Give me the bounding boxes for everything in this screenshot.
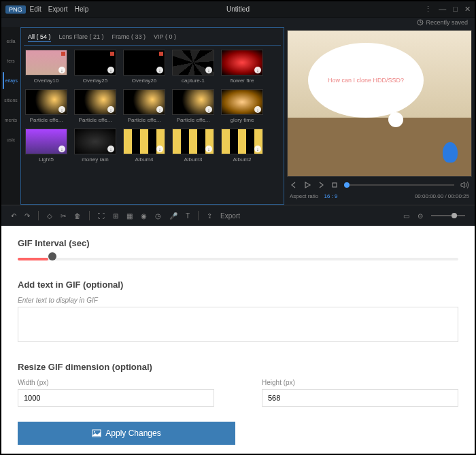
overlay-thumbnail: ↓ (172, 50, 214, 75)
close-icon[interactable]: ✕ (464, 5, 471, 14)
preview-timeline[interactable] (344, 184, 454, 186)
height-input[interactable] (262, 389, 458, 407)
add-text-label: Add text in GIF (optional) (18, 280, 458, 290)
download-icon[interactable]: ↓ (58, 67, 65, 73)
next-icon[interactable] (317, 181, 325, 189)
overlay-item[interactable]: ↓Particle effe... (172, 89, 214, 123)
export-button[interactable]: Export (220, 212, 240, 220)
download-icon[interactable]: ↓ (205, 106, 212, 113)
undo-icon[interactable]: ↶ (11, 212, 16, 220)
sidebar-item-0[interactable]: edia (3, 33, 19, 50)
export-tool-icon[interactable]: ⇪ (207, 212, 212, 220)
download-icon[interactable]: ↓ (107, 67, 114, 73)
caption-icon[interactable]: ▭ (403, 212, 409, 220)
overlay-item[interactable]: ↓money rain (74, 129, 116, 163)
sidebar-item-1[interactable]: ters (3, 52, 19, 69)
overlay-item[interactable]: ↓flower fire (221, 50, 263, 84)
zoom-slider[interactable] (431, 215, 465, 216)
download-icon[interactable]: ↓ (156, 106, 163, 113)
overlay-thumbnail: ↓ (123, 50, 165, 75)
overlay-thumbnail: ↓ (25, 50, 67, 75)
overlay-item[interactable]: ↓Album4 (123, 129, 165, 163)
overlay-item[interactable]: ↓Album2 (221, 129, 263, 163)
overlay-item-label: Overlay25 (74, 78, 116, 84)
overlay-item[interactable]: ↓Album3 (172, 129, 214, 163)
overlay-thumbnail: ↓ (25, 129, 67, 154)
overlay-item[interactable]: ↓Overlay26 (123, 50, 165, 84)
width-input[interactable] (18, 389, 214, 407)
overlay-tab-1[interactable]: Lens Flare ( 21 ) (59, 33, 104, 42)
download-icon[interactable]: ↓ (107, 106, 114, 113)
download-icon[interactable]: ↓ (254, 106, 261, 113)
download-icon[interactable]: ↓ (205, 146, 212, 152)
download-icon[interactable]: ↓ (254, 67, 261, 73)
zoom-reset-icon[interactable]: ⊝ (418, 212, 423, 220)
crop-icon[interactable]: ⛶ (98, 212, 105, 220)
download-icon[interactable]: ↓ (107, 146, 114, 152)
apply-changes-button[interactable]: Apply Changes (18, 422, 235, 445)
download-icon[interactable]: ↓ (156, 146, 163, 152)
download-icon[interactable]: ↓ (254, 146, 261, 152)
download-icon[interactable]: ↓ (58, 146, 65, 152)
preview-character (443, 142, 458, 163)
overlay-thumbnail: ↓ (172, 89, 214, 115)
overlay-thumbnail: ↓ (123, 129, 165, 154)
overlay-thumbnail: ↓ (74, 89, 116, 115)
grid-icon[interactable]: ▦ (126, 212, 133, 220)
minimize-icon[interactable]: — (439, 5, 446, 14)
add-text-hint: Enter text to display in GIF (18, 297, 458, 304)
overlay-thumbnail: ↓ (123, 89, 165, 115)
overlay-item[interactable]: ↓Particle effe... (74, 89, 116, 123)
overlay-item-label: Particle effe... (25, 117, 67, 123)
aspect-ratio-value[interactable]: 16 : 9 (324, 193, 337, 199)
volume-icon[interactable] (460, 181, 469, 189)
preview-speech-bubble: How can I clone HDD/SSD? (308, 43, 424, 118)
menu-help[interactable]: Help (75, 5, 89, 13)
width-label: Width (px) (18, 379, 214, 386)
sidebar-item-2[interactable]: erlays (3, 72, 19, 89)
text-icon[interactable]: T (186, 212, 190, 220)
overlay-tab-2[interactable]: Frame ( 33 ) (112, 33, 146, 42)
sidebar-item-3[interactable]: sitions (3, 92, 19, 109)
height-label: Height (px) (262, 379, 458, 386)
sidebar-item-4[interactable]: ments (3, 112, 19, 129)
stop-icon[interactable] (330, 181, 339, 189)
overlay-item-label: Overlay10 (25, 78, 67, 84)
fit-icon[interactable]: ⊞ (113, 212, 118, 220)
marker-icon[interactable]: ◇ (47, 212, 52, 220)
prev-icon[interactable] (290, 181, 298, 189)
overlay-item[interactable]: ↓capture-1 (172, 50, 214, 84)
record-icon[interactable]: ◉ (141, 212, 147, 220)
more-icon[interactable]: ⋮ (424, 5, 432, 14)
overlay-item[interactable]: ↓glory time (221, 89, 263, 123)
recently-saved-label: Recently saved (426, 19, 468, 26)
download-icon[interactable]: ↓ (58, 106, 65, 113)
maximize-icon[interactable]: □ (453, 5, 458, 14)
overlay-item[interactable]: ↓Particle effe... (123, 89, 165, 123)
gif-text-input[interactable] (18, 307, 458, 342)
overlay-tab-3[interactable]: VIP ( 0 ) (154, 33, 176, 42)
timer-icon[interactable]: ◷ (155, 212, 161, 220)
overlay-item[interactable]: ↓Overlay10 (25, 50, 67, 84)
overlay-item[interactable]: ↓Particle effe... (25, 89, 67, 123)
gif-interval-slider[interactable] (18, 255, 458, 263)
format-badge[interactable]: PNG (5, 5, 26, 14)
cut-icon[interactable]: ✂ (61, 212, 66, 220)
overlay-thumbnail: ↓ (74, 129, 116, 154)
redo-icon[interactable]: ↷ (24, 212, 30, 220)
menu-export[interactable]: Export (48, 5, 68, 13)
download-icon[interactable]: ↓ (156, 67, 163, 73)
menu-edit[interactable]: Edit (30, 5, 41, 13)
overlay-thumbnail: ↓ (221, 129, 263, 154)
clock-icon (417, 19, 424, 26)
overlay-item[interactable]: ↓Overlay25 (74, 50, 116, 84)
sidebar-item-5[interactable]: usic (3, 131, 19, 148)
mic-icon[interactable]: 🎤 (169, 212, 177, 220)
overlay-item[interactable]: ↓Light5 (25, 129, 67, 163)
delete-icon[interactable]: 🗑 (74, 212, 81, 220)
overlay-thumbnail: ↓ (25, 89, 67, 115)
play-icon[interactable] (303, 181, 311, 189)
download-icon[interactable]: ↓ (205, 67, 212, 73)
overlay-item-label: capture-1 (172, 78, 214, 84)
overlay-tab-0[interactable]: All ( 54 ) (28, 33, 51, 42)
